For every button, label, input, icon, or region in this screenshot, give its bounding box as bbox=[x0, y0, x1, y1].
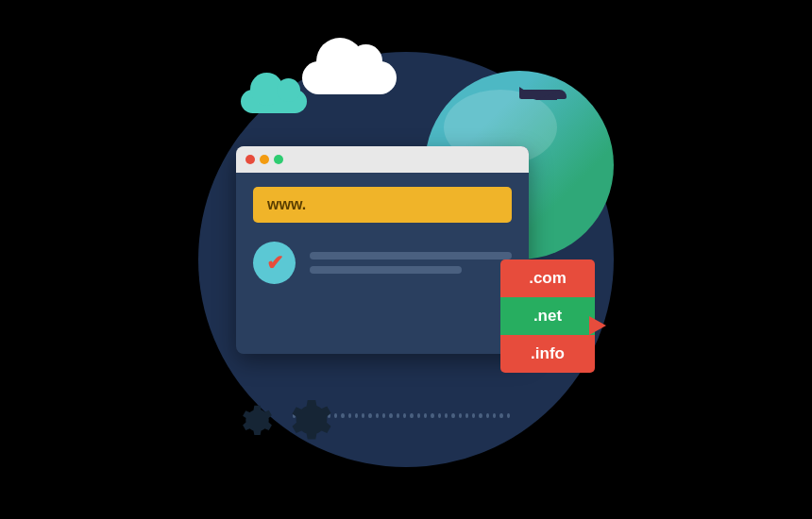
path-dot bbox=[389, 413, 392, 418]
domain-badge-info[interactable]: .info bbox=[500, 335, 595, 373]
content-line-2 bbox=[310, 266, 462, 274]
window-dot-green bbox=[274, 155, 283, 164]
path-dot bbox=[368, 413, 371, 418]
domain-badge-net[interactable]: .net bbox=[500, 297, 595, 335]
path-dot bbox=[451, 413, 454, 418]
illustration-scene: www. ✔ .com .net .info bbox=[189, 42, 623, 477]
path-dot bbox=[376, 413, 379, 418]
domain-badge-com[interactable]: .com bbox=[500, 260, 595, 297]
content-lines bbox=[310, 252, 512, 274]
cloud-small bbox=[241, 90, 307, 113]
path-dot bbox=[493, 413, 496, 418]
address-bar-text: www. bbox=[267, 196, 306, 213]
path-dot bbox=[424, 413, 427, 418]
gear-icon-large bbox=[283, 392, 340, 448]
path-dot bbox=[472, 413, 475, 418]
address-bar: www. bbox=[253, 187, 512, 223]
gear-icon-small bbox=[236, 399, 279, 442]
airplane-icon bbox=[519, 85, 576, 104]
content-line-1 bbox=[310, 252, 512, 260]
path-dot bbox=[341, 413, 344, 418]
browser-content-row: ✔ bbox=[253, 242, 512, 284]
path-dot bbox=[410, 413, 413, 418]
path-dot bbox=[499, 413, 502, 418]
gear-svg-large bbox=[283, 392, 340, 448]
path-dot bbox=[382, 413, 385, 418]
path-dot bbox=[431, 413, 433, 418]
path-dot bbox=[486, 413, 489, 418]
path-dot bbox=[397, 413, 399, 418]
browser-content: www. ✔ bbox=[236, 173, 529, 298]
path-dot bbox=[417, 413, 420, 418]
gears-group bbox=[236, 392, 340, 448]
path-dot bbox=[355, 413, 358, 418]
path-dot bbox=[348, 413, 351, 418]
window-dot-red bbox=[245, 155, 255, 164]
gear-svg-small bbox=[236, 399, 279, 442]
checkmark-icon: ✔ bbox=[266, 251, 283, 276]
browser-titlebar bbox=[236, 146, 529, 173]
path-dot bbox=[403, 413, 406, 418]
path-dot bbox=[465, 413, 468, 418]
path-dot bbox=[445, 413, 448, 418]
browser-window: www. ✔ bbox=[236, 146, 529, 354]
path-dot bbox=[459, 413, 462, 418]
path-dot bbox=[438, 413, 441, 418]
path-dot bbox=[479, 413, 482, 418]
cursor-arrow-icon bbox=[589, 316, 606, 335]
checkmark-circle: ✔ bbox=[253, 242, 296, 284]
domain-badges-list[interactable]: .com .net .info bbox=[500, 260, 595, 373]
path-dot bbox=[507, 413, 510, 418]
window-dot-yellow bbox=[260, 155, 269, 164]
cloud-large bbox=[302, 61, 397, 94]
path-dot bbox=[362, 413, 364, 418]
